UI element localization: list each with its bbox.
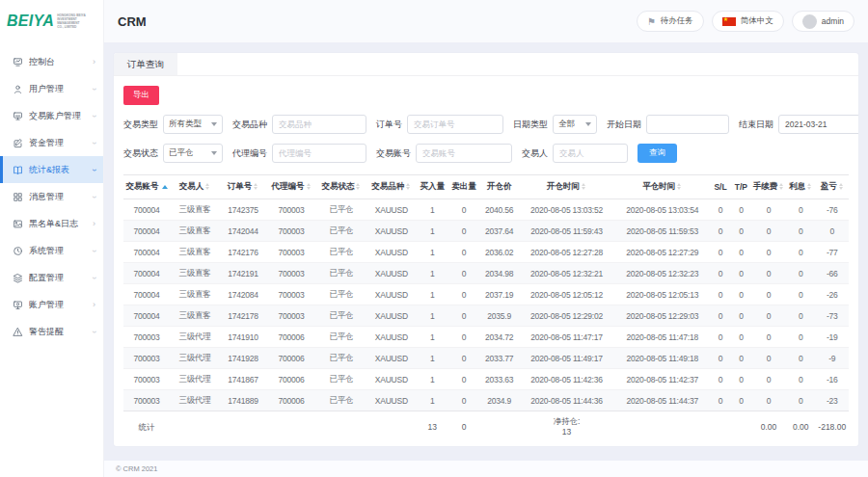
cell-buy-volume: 1	[417, 263, 448, 284]
cell-symbol: XAUUSD	[366, 221, 417, 242]
end-date-input[interactable]	[778, 115, 858, 134]
cell-agent-no: 700003	[266, 284, 316, 305]
sidebar-item-system[interactable]: 系统管理	[0, 237, 103, 264]
footer: © CRM 2021	[104, 461, 868, 477]
copyright: © CRM 2021	[116, 464, 157, 473]
col-header-symbol[interactable]: 交易品种	[366, 175, 417, 199]
sidebar-item-trading-accounts[interactable]: 交易账户管理	[0, 102, 103, 129]
sidebar-item-funds[interactable]: 资金管理	[0, 129, 103, 156]
cell-sl: 0	[710, 221, 730, 242]
cell-interest: 0	[786, 263, 816, 284]
sidebar-item-config[interactable]: 配置管理	[0, 264, 103, 291]
chevron-down-icon	[90, 88, 98, 91]
export-button[interactable]: 导出	[123, 86, 159, 105]
sidebar-item-accounts[interactable]: 账户管理	[0, 291, 103, 318]
cell-fee: 0	[751, 348, 786, 369]
col-header-tp[interactable]: T/P	[731, 175, 751, 199]
user-menu[interactable]: admin	[792, 11, 854, 32]
table-row[interactable]: 700003三级代理1741867700006已平仓XAUUSD102033.6…	[123, 369, 849, 390]
cell-profit: -77	[816, 242, 849, 263]
chevron-down-icon	[585, 122, 591, 126]
date-type-select[interactable]: 全部	[553, 115, 597, 134]
cell-sl: 0	[710, 348, 730, 369]
cell-account: 700003	[123, 369, 170, 390]
cell-interest: 0	[786, 242, 816, 263]
col-header-profit[interactable]: 盈亏	[816, 175, 849, 199]
filter-trade-type: 交易类型 所有类型	[123, 115, 223, 134]
table-row[interactable]: 700003三级代理1741928700006已平仓XAUUSD102033.7…	[123, 348, 849, 369]
page-title: CRM	[118, 14, 147, 29]
col-header-fee[interactable]: 手续费	[751, 175, 786, 199]
col-header-order-no[interactable]: 订单号	[220, 175, 266, 199]
cell-sell-volume: 0	[448, 284, 480, 305]
search-button[interactable]: 查询	[637, 144, 677, 163]
sidebar-item-dashboard[interactable]: 控制台	[0, 48, 103, 75]
chevron-down-icon	[211, 151, 217, 155]
symbol-input[interactable]	[272, 115, 366, 134]
order-no-input[interactable]	[407, 115, 503, 134]
cell-sell-volume: 0	[448, 242, 480, 263]
col-header-status[interactable]: 交易状态	[316, 175, 366, 199]
sidebar-item-reports[interactable]: 统计&报表	[0, 156, 103, 183]
todo-tasks-button[interactable]: ⚑ 待办任务	[637, 11, 704, 32]
col-header-open-price[interactable]: 开仓价	[479, 175, 518, 199]
chevron-down-icon	[90, 142, 98, 145]
cell-status: 已平仓	[316, 305, 366, 327]
sidebar-item-users[interactable]: 用户管理	[0, 75, 103, 102]
table-row[interactable]: 700004三级直客1742044700003已平仓XAUUSD102037.6…	[123, 221, 849, 242]
content-spacer	[104, 446, 868, 461]
table-row[interactable]: 700004三级直客1742375700003已平仓XAUUSD102040.5…	[123, 199, 849, 221]
cell-account: 700004	[123, 263, 170, 284]
col-header-agent-no[interactable]: 代理编号	[266, 175, 316, 199]
col-header-trader[interactable]: 交易人	[170, 175, 220, 199]
chevron-down-icon	[90, 331, 98, 333]
cell-buy-volume: 1	[417, 199, 448, 221]
chevron-down-icon	[90, 250, 98, 252]
language-switcher[interactable]: 简体中文	[712, 11, 784, 32]
col-header-interest[interactable]: 利息	[786, 175, 816, 199]
cell-profit: -23	[816, 390, 849, 411]
cell-fee: 0	[751, 242, 786, 263]
cell-close-time: 2020-08-05 11:42:37	[614, 369, 710, 390]
cell-order-no: 1742178	[220, 305, 266, 327]
table-row[interactable]: 700004三级直客1742176700003已平仓XAUUSD102036.0…	[123, 242, 849, 263]
sidebar-item-warnings[interactable]: 警告提醒	[0, 318, 103, 345]
cell-agent-no: 700003	[266, 263, 316, 284]
agent-no-input[interactable]	[272, 144, 366, 163]
col-header-buy-volume[interactable]: 买入量	[417, 175, 448, 199]
warning-triangle-icon	[13, 327, 23, 337]
cell-interest: 0	[786, 390, 816, 411]
grid-icon	[13, 192, 23, 202]
cell-fee: 0	[751, 199, 786, 221]
cell-open-price: 2040.56	[479, 199, 518, 221]
trade-status-select[interactable]: 已平仓	[163, 144, 223, 163]
cell-order-no: 1742375	[220, 199, 266, 221]
col-header-open-time[interactable]: 开仓时间	[519, 175, 614, 199]
cell-sell-volume: 0	[448, 305, 480, 327]
col-header-close-time[interactable]: 平仓时间	[614, 175, 710, 199]
table-row[interactable]: 700004三级直客1742084700003已平仓XAUUSD102037.1…	[123, 284, 849, 305]
sort-icon	[582, 183, 586, 190]
table-row[interactable]: 700004三级直客1742191700003已平仓XAUUSD102034.9…	[123, 263, 849, 284]
sort-icon	[307, 183, 312, 190]
sidebar-item-messages[interactable]: 消息管理	[0, 183, 103, 210]
filter-row-2: 交易状态 已平仓 代理编号 交易账号	[123, 144, 849, 163]
main-area: CRM ⚑ 待办任务 简体中文 admin 订单查询	[104, 0, 868, 477]
cell-buy-volume: 1	[417, 348, 448, 369]
table-row[interactable]: 700003三级代理1741889700006已平仓XAUUSD102034.9…	[123, 390, 849, 411]
cell-symbol: XAUUSD	[366, 305, 417, 327]
filter-end-date: 结束日期	[739, 115, 858, 134]
table-row[interactable]: 700003三级代理1741910700006已平仓XAUUSD102034.7…	[123, 327, 849, 348]
sidebar-item-blacklist-logs[interactable]: 黑名单&日志	[0, 210, 103, 237]
tab-order-query[interactable]: 订单查询	[114, 53, 177, 75]
cell-profit: -19	[816, 327, 849, 348]
cell-sl: 0	[710, 242, 730, 263]
col-header-sell-volume[interactable]: 卖出量	[448, 175, 480, 199]
trade-type-select[interactable]: 所有类型	[163, 115, 223, 134]
col-header-account[interactable]: 交易账号	[123, 175, 170, 199]
trader-input[interactable]	[553, 144, 628, 163]
table-row[interactable]: 700004三级直客1742178700003已平仓XAUUSD102035.9…	[123, 305, 849, 327]
col-header-sl[interactable]: S/L	[710, 175, 730, 199]
account-input[interactable]	[416, 144, 512, 163]
start-date-input[interactable]	[646, 115, 729, 134]
